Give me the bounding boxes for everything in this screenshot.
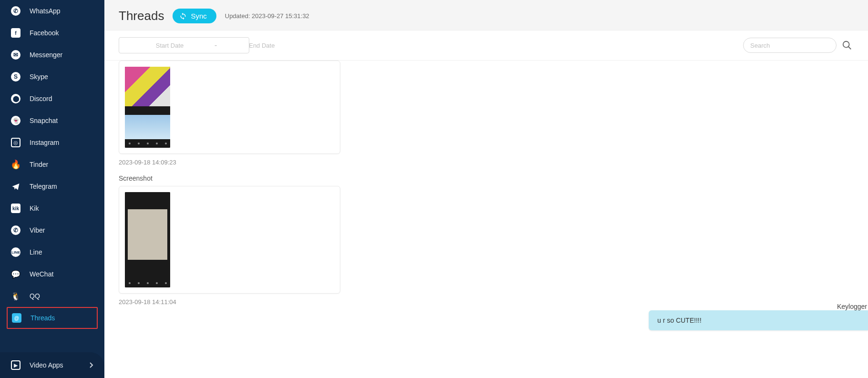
sidebar-item-label: Messenger [30, 51, 62, 59]
svg-line-3 [848, 47, 851, 50]
screenshot-thumbnail [125, 192, 170, 287]
date-separator: - [214, 41, 217, 50]
sidebar-item-label: Threads [31, 314, 55, 322]
sync-icon [179, 12, 187, 20]
whatsapp-icon: ✆ [10, 6, 21, 16]
sidebar-item-label: WhatsApp [30, 7, 61, 15]
video-apps-icon: ▶ [10, 360, 21, 370]
sidebar-item-facebook[interactable]: f Facebook [0, 22, 104, 44]
filter-toolbar: - [104, 30, 868, 61]
search-icon [842, 40, 852, 51]
sidebar-item-viber[interactable]: ✆ Viber [0, 219, 104, 241]
sidebar-item-label: Skype [30, 73, 48, 81]
sidebar-item-label: Tinder [30, 161, 48, 168]
sidebar-item-label: WeChat [30, 270, 53, 278]
sidebar-item-label: Facebook [30, 29, 59, 37]
start-date-input[interactable] [130, 42, 210, 49]
sidebar-item-threads-highlight: @ Threads [7, 307, 98, 329]
sidebar-item-snapchat[interactable]: 👻 Snapchat [0, 110, 104, 132]
viber-icon: ✆ [10, 225, 21, 235]
entry-timestamp: 2023-09-18 14:09:23 [119, 159, 854, 166]
sidebar-item-instagram[interactable]: ◎ Instagram [0, 132, 104, 153]
sidebar-item-label: Line [30, 248, 42, 256]
svg-point-2 [843, 41, 849, 48]
wechat-icon: 💬 [10, 269, 21, 279]
telegram-icon [10, 181, 21, 192]
sidebar-item-video-apps[interactable]: ▶ Video Apps [0, 352, 104, 378]
sidebar-item-label: Snapchat [30, 117, 58, 124]
sidebar-item-label: Discord [30, 95, 52, 102]
content-area: 2023-09-18 14:09:23 Screenshot 2023-09-1… [104, 61, 868, 378]
qq-icon: 🐧 [10, 291, 21, 301]
page-header: Threads Sync Updated: 2023-09-27 15:31:3… [104, 0, 868, 30]
sidebar-item-label: Viber [30, 226, 45, 234]
discord-icon: ⬤ [10, 93, 21, 104]
sidebar-item-messenger[interactable]: ✉ Messenger [0, 44, 104, 66]
entry-label: Screenshot [119, 174, 854, 182]
entry-timestamp: 2023-09-18 14:11:04 [119, 298, 854, 306]
chevron-right-icon [89, 362, 94, 368]
sidebar-item-kik[interactable]: kik Kik [0, 197, 104, 219]
sidebar-item-whatsapp[interactable]: ✆ WhatsApp [0, 0, 104, 22]
sidebar-item-label: Video Apps [30, 361, 63, 369]
sidebar-item-skype[interactable]: S Skype [0, 66, 104, 88]
sidebar-item-label: Kik [30, 204, 39, 212]
facebook-icon: f [10, 28, 21, 38]
keylogger-bubble[interactable]: u r so CUTE!!!! [649, 310, 868, 330]
sidebar-item-qq[interactable]: 🐧 QQ [0, 285, 104, 307]
skype-icon: S [10, 72, 21, 82]
sidebar-item-telegram[interactable]: Telegram [0, 175, 104, 197]
keylogger-text: u r so CUTE!!!! [657, 317, 702, 324]
sidebar-item-label: Telegram [30, 183, 57, 190]
snapchat-icon: 👻 [10, 115, 21, 126]
search-input[interactable] [750, 42, 829, 49]
sidebar-item-label: Instagram [30, 139, 59, 146]
sidebar-item-label: QQ [30, 292, 40, 300]
end-date-input[interactable] [222, 42, 302, 49]
sidebar-item-wechat[interactable]: 💬 WeChat [0, 263, 104, 285]
sidebar-item-discord[interactable]: ⬤ Discord [0, 88, 104, 110]
sync-button[interactable]: Sync [173, 9, 216, 23]
sidebar-item-tinder[interactable]: 🔥 Tinder [0, 153, 104, 175]
screenshot-thumbnail [125, 67, 170, 148]
main-panel: Threads Sync Updated: 2023-09-27 15:31:3… [104, 0, 868, 378]
line-icon: LINE [10, 247, 21, 257]
kik-icon: kik [10, 203, 21, 214]
search-button[interactable] [840, 39, 854, 52]
date-range-picker[interactable]: - [119, 37, 249, 53]
sidebar-item-line[interactable]: LINE Line [0, 241, 104, 263]
screenshot-card[interactable] [119, 61, 340, 154]
tinder-icon: 🔥 [10, 159, 21, 170]
instagram-icon: ◎ [10, 137, 21, 148]
screenshot-card[interactable] [119, 186, 340, 294]
messenger-icon: ✉ [10, 50, 21, 60]
search-box[interactable] [743, 38, 837, 53]
updated-text: Updated: 2023-09-27 15:31:32 [225, 12, 309, 20]
threads-icon: @ [11, 313, 22, 323]
screenshot-entry: 2023-09-18 14:09:23 [104, 61, 868, 174]
sidebar-item-threads[interactable]: @ Threads [8, 308, 97, 328]
screenshot-entry: Screenshot 2023-09-18 14:11:04 [104, 174, 868, 314]
sidebar: ✆ WhatsApp f Facebook ✉ Messenger S Skyp… [0, 0, 104, 378]
sync-label: Sync [191, 12, 206, 20]
page-title: Threads [119, 9, 164, 23]
